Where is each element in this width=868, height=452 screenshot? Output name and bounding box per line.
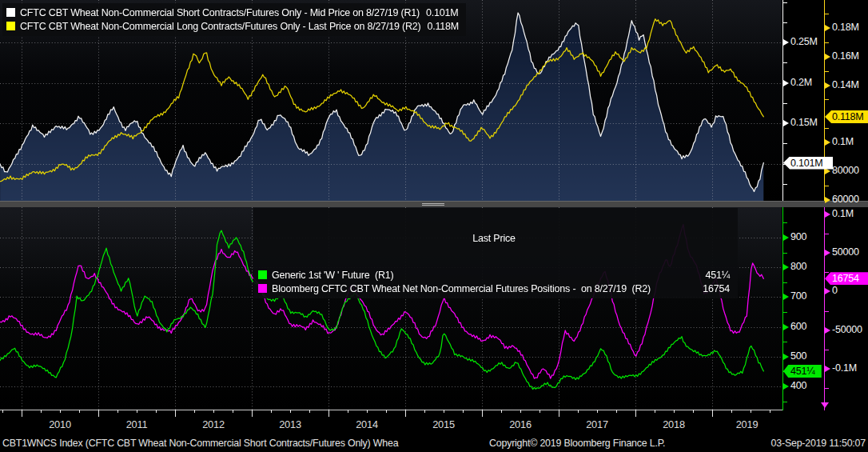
x-major-tick [405, 410, 406, 417]
legend-value: 16754 [703, 283, 730, 294]
legend-swatch-icon [6, 22, 15, 30]
axis-minor-tick [825, 128, 829, 129]
axis-tick [825, 211, 830, 218]
axis-tick [783, 264, 789, 270]
top-legend-row-1[interactable]: CFTC CBT Wheat Non-Commercial Long Contr… [6, 19, 459, 33]
axis-tick-label: 60000 [832, 194, 859, 206]
axis-minor-tick [783, 282, 787, 283]
x-major-tick [98, 410, 99, 417]
last-price-tag: 0.118M [825, 110, 868, 123]
axis-tick-label: 0.15M [790, 117, 818, 129]
last-price-tag: 451¼ [783, 365, 822, 378]
axis-tick-label: 800 [790, 261, 806, 273]
x-major-tick [712, 410, 713, 417]
last-price-tag: 16754 [825, 272, 868, 285]
x-year-label: 2016 [482, 418, 559, 430]
axis-minor-tick [783, 143, 787, 144]
axis-tick [825, 54, 830, 60]
x-minor-tick [194, 410, 195, 413]
axis-tick [783, 383, 789, 390]
legend-swatch-icon [6, 8, 15, 17]
axis-tick [825, 327, 830, 334]
axis-minor-tick [825, 14, 829, 14]
axis-minor-tick [825, 311, 829, 312]
x-minor-tick [79, 410, 80, 413]
x-minor-tick [137, 410, 137, 413]
axis-tick-label: -50000 [832, 324, 862, 336]
axis-tick-label: 600 [790, 321, 806, 333]
legend-label: CFTC CBT Wheat Non-Commercial Long Contr… [20, 21, 421, 32]
x-minor-tick [597, 410, 598, 413]
axis-tick [783, 120, 789, 126]
axis-tick [825, 25, 830, 31]
x-year-label: 2013 [252, 418, 328, 430]
axis-minor-tick [783, 402, 787, 402]
x-minor-tick [501, 410, 502, 413]
x-minor-tick [213, 410, 214, 413]
x-minor-tick [271, 410, 272, 413]
top-legend: CFTC CBT Wheat Non-Commercial Short Cont… [2, 3, 466, 36]
last-price-tag: 0.101M [783, 157, 833, 170]
x-major-tick [328, 410, 329, 417]
x-major-tick [175, 410, 176, 417]
status-bar: CBT1WNCS Index (CFTC CBT Wheat Non-Comme… [0, 436, 868, 452]
x-minor-tick [674, 410, 675, 413]
divider-grip-icon [422, 203, 444, 206]
x-year-label: 2014 [328, 418, 405, 430]
x-year-label: 2015 [405, 418, 482, 430]
x-minor-tick [367, 410, 368, 413]
x-major-tick [22, 410, 22, 417]
axis-minor-tick [783, 103, 787, 104]
legend-label: Generic 1st 'W ' Future (R1) [272, 270, 393, 281]
x-year-label: 2017 [559, 418, 635, 430]
bottom-legend-row-0[interactable]: Generic 1st 'W ' Future (R1)451¼ [258, 268, 730, 282]
x-minor-tick [233, 410, 233, 413]
axis-minor-tick [825, 350, 829, 350]
axis-tick-label: 900 [790, 231, 806, 243]
top-legend-row-0[interactable]: CFTC CBT Wheat Non-Commercial Short Cont… [6, 6, 459, 19]
axis-tick [825, 366, 830, 372]
x-year-label: 2010 [22, 418, 98, 430]
x-minor-tick [41, 410, 42, 413]
x-minor-tick [693, 410, 694, 413]
bottom-legend-row-1[interactable]: Bloomberg CFTC CBT Wheat Net Non-Commerc… [258, 282, 730, 295]
axis-tick [783, 324, 789, 330]
x-minor-tick [751, 410, 751, 413]
axis-tick [825, 288, 830, 294]
axis-line-r1-panel0 [782, 0, 783, 201]
x-minor-tick [655, 410, 655, 413]
axis-minor-tick [825, 99, 829, 100]
legend-label: Bloomberg CFTC CBT Wheat Net Non-Commerc… [272, 283, 651, 294]
x-minor-tick [424, 410, 425, 413]
legend-value: 0.101M [426, 7, 459, 18]
axis-tick [783, 294, 789, 300]
axis-tick [783, 354, 789, 360]
axis-minor-tick [783, 22, 787, 23]
panel-divider[interactable] [0, 201, 868, 207]
axis-minor-tick [825, 42, 829, 43]
axis-tick [783, 234, 789, 241]
axis-tick-label: 0.1M [832, 136, 854, 148]
legend-swatch-icon [258, 270, 267, 279]
x-year-label: 2012 [175, 418, 252, 430]
legend-value: 451¼ [706, 270, 730, 281]
axis-minor-tick [783, 222, 787, 223]
x-major-tick [559, 410, 559, 417]
x-minor-tick [309, 410, 310, 413]
axis-tick-label: 400 [790, 380, 806, 392]
scroll-down-arrow-icon[interactable] [821, 402, 829, 408]
bottom-legend: Last Price Generic 1st 'W ' Future (R1)4… [253, 208, 738, 298]
x-minor-tick [578, 410, 579, 413]
axis-tick [825, 197, 830, 203]
x-minor-tick [60, 410, 61, 413]
legend-label: CFTC CBT Wheat Non-Commercial Short Cont… [20, 7, 420, 18]
x-minor-tick [520, 410, 521, 413]
index-description: CBT1WNCS Index (CFTC CBT Wheat Non-Comme… [2, 438, 398, 449]
legend-swatch-icon [258, 284, 267, 293]
axis-tick [825, 82, 830, 89]
x-minor-tick [731, 410, 732, 413]
x-minor-tick [2, 410, 3, 413]
x-minor-tick [348, 410, 348, 413]
copyright-text: Copyright© 2019 Bloomberg Finance L.P. [489, 438, 665, 449]
x-minor-tick [386, 410, 387, 413]
